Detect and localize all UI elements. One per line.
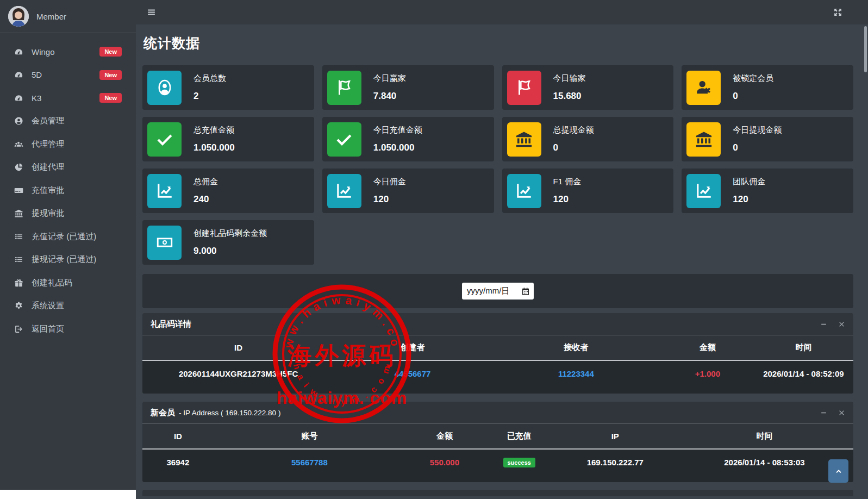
date-input-value: yyyy/mm/日	[467, 286, 509, 296]
giftcode-amount-cell: +1.000	[661, 360, 754, 386]
chart-line-icon	[507, 174, 541, 208]
gear-icon	[13, 301, 24, 311]
main-content: 统计数据 会员总数2 今日赢家7.840 今日输家15.680 被锁定会员0 总…	[136, 24, 868, 499]
new-badge: New	[99, 47, 122, 57]
topbar	[136, 0, 868, 24]
tachometer-icon	[13, 47, 24, 57]
sidebar-item-label: 创建礼品码	[32, 278, 72, 288]
stat-value: 15.680	[553, 91, 586, 102]
flag-icon	[327, 71, 361, 105]
minus-icon[interactable]	[820, 409, 827, 416]
new-members-panel-title: 新会员	[151, 408, 175, 418]
new-members-panel: 新会员 - IP Address ( 169.150.222.80 ) ID 账…	[142, 402, 853, 482]
status-badge: success	[503, 458, 535, 467]
flag-icon	[507, 71, 541, 105]
member-account-link[interactable]: 55667788	[214, 449, 405, 475]
stat-card-losers-today: 今日输家15.680	[502, 65, 674, 110]
sidebar-item-label: 充值审批	[32, 185, 64, 196]
table-row: 202601144UXGR21273M3H5FC 44556677 112233…	[142, 360, 853, 386]
expand-arrows-icon[interactable]	[833, 8, 842, 17]
user-icon	[147, 71, 182, 105]
new-members-table-header-row: ID 账号 金额 已充值 IP 时间	[142, 424, 853, 449]
list-icon	[13, 255, 24, 265]
chart-line-icon	[686, 174, 721, 208]
user-x-icon	[686, 71, 721, 105]
stat-card-f1-commission: F1 佣金120	[502, 169, 674, 213]
user-name: Member	[36, 12, 66, 21]
stat-label: 今日提现金额	[733, 125, 782, 135]
sidebar-item-withdraw-approve[interactable]: 提现审批	[0, 202, 136, 226]
money-bill-icon	[147, 226, 182, 260]
page-scrollbar[interactable]	[864, 26, 867, 72]
credit-card-icon	[13, 185, 24, 195]
sign-out-icon	[13, 324, 24, 334]
sidebar-item-k3[interactable]: K3 New	[0, 86, 136, 110]
stat-value: 1.050.000	[373, 142, 422, 153]
sidebar-item-recharge-approve[interactable]: 充值审批	[0, 179, 136, 202]
member-id-cell: 36942	[142, 449, 214, 475]
new-badge: New	[99, 70, 122, 80]
sidebar-item-system-settings[interactable]: 系统设置	[0, 295, 136, 318]
sidebar-item-label: 返回首页	[32, 324, 64, 334]
col-header-amount: 金额	[661, 335, 754, 360]
stat-cards-grid: 会员总数2 今日赢家7.840 今日输家15.680 被锁定会员0 总充值金额1…	[142, 65, 853, 265]
table-row: 36942 55667788 550.000 success 169.150.2…	[142, 449, 853, 475]
giftcode-creator-link[interactable]: 44556677	[334, 360, 491, 386]
sidebar-item-create-giftcode[interactable]: 创建礼品码	[0, 271, 136, 295]
giftcode-panel-header: 礼品码详情	[142, 313, 853, 335]
stat-value: 7.840	[373, 91, 406, 102]
gift-icon	[13, 278, 24, 288]
stat-label: 今日赢家	[373, 73, 406, 84]
sidebar-item-wingo[interactable]: Wingo New	[0, 40, 136, 64]
giftcode-receiver-link[interactable]: 11223344	[491, 360, 661, 386]
sidebar-item-label: 提现审批	[32, 208, 64, 219]
stat-card-today-recharge: 今日充值金额1.050.000	[322, 117, 494, 161]
sidebar-item-withdraw-records[interactable]: 提现记录 (已通过)	[0, 248, 136, 272]
stat-value: 1.050.000	[193, 142, 235, 153]
list-icon	[13, 232, 24, 241]
stat-value: 0	[733, 91, 773, 102]
page-title: 统计数据	[143, 34, 853, 52]
sidebar-item-agent-manage[interactable]: 代理管理	[0, 133, 136, 156]
stat-card-locked-members: 被锁定会员0	[682, 65, 853, 110]
col-header-time: 时间	[676, 424, 853, 449]
hamburger-icon[interactable]	[147, 8, 156, 17]
stat-card-total-commission: 总佣金240	[142, 169, 314, 213]
bank-icon	[507, 122, 541, 157]
stat-label: 今日充值金额	[373, 125, 422, 135]
stat-card-members-total: 会员总数2	[142, 65, 314, 110]
users-icon	[13, 139, 24, 149]
sidebar-item-create-agent[interactable]: 创建代理	[0, 156, 136, 179]
panel-footer	[142, 386, 853, 394]
stat-label: 今日输家	[553, 73, 586, 84]
stat-card-total-withdraw: 总提现金额0	[502, 117, 674, 161]
sidebar-item-label: Wingo	[32, 47, 55, 57]
close-icon[interactable]	[838, 321, 845, 328]
sidebar-item-member-manage[interactable]: 会员管理	[0, 110, 136, 133]
sidebar-item-label: 会员管理	[32, 116, 64, 126]
pie-chart-icon	[13, 163, 24, 172]
scroll-top-button[interactable]	[828, 459, 848, 483]
stat-card-winners-today: 今日赢家7.840	[322, 65, 494, 110]
sidebar-item-label: 系统设置	[32, 301, 64, 311]
date-input[interactable]: yyyy/mm/日	[462, 283, 534, 300]
new-members-panel-subtitle: - IP Address ( 169.150.222.80 )	[179, 409, 280, 417]
stat-label: 团队佣金	[733, 177, 765, 187]
col-header-account: 账号	[214, 424, 405, 449]
tachometer-icon	[13, 70, 24, 80]
sidebar-item-back-home[interactable]: 返回首页	[0, 317, 136, 341]
stat-value: 9.000	[193, 246, 267, 257]
sidebar-nav: Wingo New 5D New K3 New 会员管理 代理管理 创建代理 充…	[0, 33, 136, 341]
col-header-receiver: 接收者	[491, 335, 661, 360]
sidebar-item-recharge-records[interactable]: 充值记录 (已通过)	[0, 225, 136, 248]
avatar	[8, 6, 29, 27]
minus-icon[interactable]	[820, 321, 827, 328]
stat-card-team-commission: 团队佣金120	[682, 169, 853, 213]
giftcode-table-header-row: ID 创建者 接收者 金额 时间	[142, 335, 853, 360]
sidebar-item-label: 提现记录 (已通过)	[32, 254, 96, 265]
chart-line-icon	[327, 174, 361, 208]
sidebar-item-5d[interactable]: 5D New	[0, 64, 136, 87]
sidebar-item-label: K3	[32, 93, 41, 103]
close-icon[interactable]	[838, 409, 845, 416]
stat-value: 0	[733, 142, 782, 153]
